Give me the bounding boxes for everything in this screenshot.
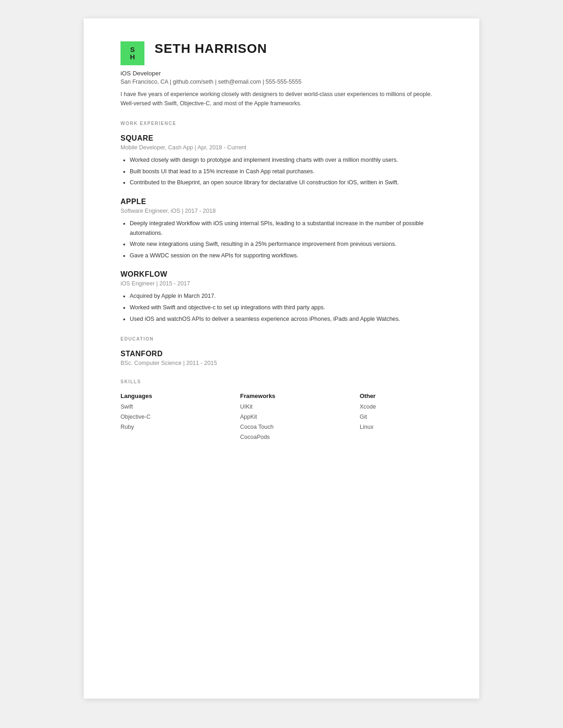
avatar-letter-s: S	[130, 46, 135, 54]
skill-item-cocoa-touch: Cocoa Touch	[240, 422, 332, 432]
bullet-item: Deeply integrated Workflow with iOS usin…	[130, 219, 442, 238]
skill-item: CocoaPods	[240, 432, 332, 443]
skill-item: UIKit	[240, 402, 332, 412]
bullet-item: Used iOS and watchOS APIs to deliver a s…	[130, 314, 442, 324]
bullet-item: Built boosts UI that lead to a 15% incre…	[130, 167, 442, 176]
name-title: SETH HARRISON	[155, 41, 267, 56]
role-apple: Software Engineer, iOS | 2017 - 2018	[121, 208, 442, 214]
avatar: S H	[121, 41, 144, 65]
education-label: EDUCATION	[121, 336, 442, 341]
contact-line: San Francisco, CA | github.com/seth | se…	[121, 79, 442, 85]
skills-label: SKILLS	[121, 379, 442, 384]
bullet-item: Wrote new integrations using Swift, resu…	[130, 239, 442, 249]
degree-stanford: BSc. Computer Science | 2011 - 2015	[121, 360, 442, 366]
skills-grid: Languages Swift Objective-C Ruby Framewo…	[121, 392, 442, 443]
skills-col-other: Other Xcode Git Linux	[360, 392, 452, 443]
skill-item: Objective-C	[121, 412, 213, 422]
skills-header-frameworks: Frameworks	[240, 392, 332, 399]
company-name-workflow: WORKFLOW	[121, 270, 442, 279]
job-title: iOS Developer	[121, 70, 442, 77]
summary: I have five years of experience working …	[121, 90, 442, 108]
school-name-stanford: STANFORD	[121, 350, 442, 358]
bullet-item: Worked closely with design to prototype …	[130, 155, 442, 165]
education-block-stanford: STANFORD BSc. Computer Science | 2011 - …	[121, 350, 442, 366]
bullet-item: Gave a WWDC session on the new APIs for …	[130, 251, 442, 261]
bullets-apple: Deeply integrated Workflow with iOS usin…	[130, 219, 442, 261]
header-section: S H SETH HARRISON	[121, 41, 442, 65]
bullet-item: Acquired by Apple in March 2017.	[130, 291, 442, 301]
skills-header-languages: Languages	[121, 392, 213, 399]
role-workflow: iOS Engineer | 2015 - 2017	[121, 280, 442, 287]
company-name-square: SQUARE	[121, 134, 442, 142]
skills-col-languages: Languages Swift Objective-C Ruby	[121, 392, 213, 443]
work-experience-label: WORK EXPERIENCE	[121, 121, 442, 126]
skill-item: Ruby	[121, 422, 213, 432]
skill-item: Swift	[121, 402, 213, 412]
skills-header-other: Other	[360, 392, 452, 399]
company-block-apple: APPLE Software Engineer, iOS | 2017 - 20…	[121, 198, 442, 261]
skill-item: Linux	[360, 422, 452, 432]
skills-section: Languages Swift Objective-C Ruby Framewo…	[121, 392, 442, 443]
full-name: SETH HARRISON	[155, 41, 267, 56]
skill-item: Xcode	[360, 402, 452, 412]
resume-container: S H SETH HARRISON iOS Developer San Fran…	[84, 18, 479, 699]
company-name-apple: APPLE	[121, 198, 442, 206]
skills-col-frameworks: Frameworks UIKit AppKit Cocoa Touch Coco…	[240, 392, 332, 443]
bullet-item: Contributed to the Blueprint, an open so…	[130, 178, 442, 188]
bullets-square: Worked closely with design to prototype …	[130, 155, 442, 188]
skill-item: AppKit	[240, 412, 332, 422]
company-block-square: SQUARE Mobile Developer, Cash App | Apr,…	[121, 134, 442, 188]
bullet-item: Worked with Swift and objective-c to set…	[130, 303, 442, 313]
bullets-workflow: Acquired by Apple in March 2017. Worked …	[130, 291, 442, 324]
avatar-letter-h: H	[130, 53, 135, 61]
company-block-workflow: WORKFLOW iOS Engineer | 2015 - 2017 Acqu…	[121, 270, 442, 324]
skill-item: Git	[360, 412, 452, 422]
role-square: Mobile Developer, Cash App | Apr, 2018 -…	[121, 144, 442, 151]
